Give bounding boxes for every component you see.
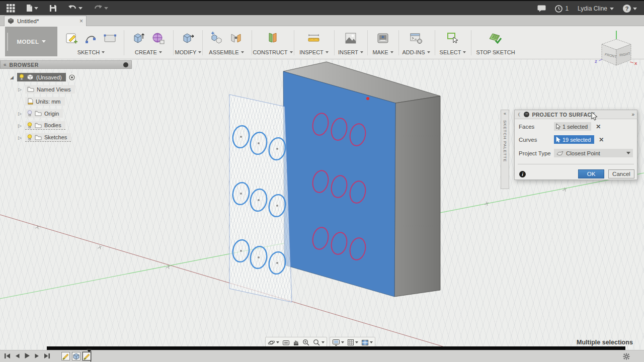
- job-status-button[interactable]: 1: [555, 5, 569, 13]
- info-icon[interactable]: i: [519, 171, 526, 177]
- bodies-chip[interactable]: Bodies: [25, 121, 65, 130]
- timeline-sketch2-item[interactable]: [83, 352, 91, 360]
- pan-button[interactable]: [293, 339, 299, 346]
- browser-header[interactable]: « BROWSER: [0, 60, 132, 69]
- group-dropdown-modify[interactable]: MODIFY: [176, 49, 200, 55]
- orbit-button[interactable]: [268, 339, 279, 346]
- fit-button[interactable]: [313, 339, 325, 346]
- named-views-chip[interactable]: Named Views: [25, 85, 75, 94]
- create-sketch-icon[interactable]: [65, 32, 78, 45]
- insert-image-icon[interactable]: [344, 32, 357, 45]
- help-menu-button[interactable]: ?: [623, 5, 637, 13]
- viewcube-x-label[interactable]: X: [634, 61, 637, 66]
- save-button[interactable]: [49, 5, 57, 12]
- measure-icon[interactable]: [307, 32, 321, 45]
- zoom-button[interactable]: [302, 339, 310, 346]
- file-menu-button[interactable]: [26, 4, 38, 12]
- status-message: Multiple selections: [577, 339, 633, 346]
- play-button[interactable]: [24, 352, 30, 359]
- create-form-icon[interactable]: [151, 32, 165, 45]
- tree-row-origin[interactable]: ▷ Origin: [0, 109, 132, 118]
- expand-arrow-icon[interactable]: ▷: [18, 87, 25, 92]
- tree-row-sketches[interactable]: ▷ Sketches: [0, 133, 132, 142]
- expand-arrow-icon[interactable]: ▷: [18, 111, 25, 116]
- dialog-collapse-icon[interactable]: −: [524, 112, 529, 117]
- expand-palette-icon[interactable]: «: [504, 112, 506, 116]
- viewports-button[interactable]: [361, 339, 373, 346]
- expand-arrow-icon[interactable]: ▷: [18, 123, 25, 128]
- group-dropdown-inspect[interactable]: INSPECT: [297, 49, 331, 55]
- activate-component-radio[interactable]: [68, 73, 76, 81]
- display-settings-button[interactable]: [332, 339, 344, 346]
- look-at-button[interactable]: [282, 339, 290, 346]
- timeline-sketch1-item[interactable]: [61, 352, 70, 360]
- tree-row-root[interactable]: ◢ (Unsaved): [0, 73, 132, 81]
- timeline-settings-gear-icon[interactable]: [623, 353, 630, 360]
- dialog-expand-icon[interactable]: »: [631, 112, 634, 117]
- group-dropdown-construct[interactable]: CONSTRUCT: [255, 49, 291, 55]
- spline-icon[interactable]: [85, 32, 98, 45]
- go-to-start-button[interactable]: [4, 353, 11, 359]
- tree-row-named-views[interactable]: ▷ Named Views: [0, 85, 132, 94]
- visibility-bulb-off-icon[interactable]: [27, 110, 32, 117]
- dialog-title-bar[interactable]: ❨ − PROJECT TO SURFACE »: [515, 110, 637, 119]
- workspace-selector[interactable]: MODEL: [5, 27, 57, 56]
- ribbon-group-assemble: ASSEMBLE: [205, 27, 248, 58]
- scripts-addins-icon[interactable]: [409, 32, 423, 45]
- step-back-button[interactable]: [15, 353, 20, 359]
- 3d-viewport[interactable]: « BROWSER ◢ (Unsaved) ▷: [0, 59, 644, 350]
- tree-row-units[interactable]: Units: mm: [0, 97, 132, 106]
- visibility-bulb-icon[interactable]: [19, 74, 24, 80]
- press-pull-icon[interactable]: [182, 32, 195, 45]
- undo-button[interactable]: [68, 5, 83, 12]
- cancel-button[interactable]: Cancel: [608, 169, 634, 178]
- tree-row-bodies[interactable]: ▷ Bodies: [0, 121, 132, 130]
- project-type-select[interactable]: Closest Point: [554, 149, 633, 157]
- group-dropdown-make[interactable]: MAKE: [369, 49, 396, 55]
- stop-sketch-icon[interactable]: [489, 32, 503, 45]
- group-dropdown-addins[interactable]: ADD-INS: [400, 49, 432, 55]
- step-forward-button[interactable]: [34, 353, 40, 359]
- ok-button[interactable]: OK: [578, 169, 604, 178]
- document-tab[interactable]: Untitled* ×: [4, 16, 87, 26]
- redo-button[interactable]: [94, 5, 108, 12]
- clear-curves-icon[interactable]: ✕: [599, 136, 604, 143]
- visibility-bulb-icon[interactable]: [27, 134, 32, 141]
- units-chip[interactable]: Units: mm: [25, 97, 65, 106]
- timeline-body-item[interactable]: [72, 352, 80, 360]
- faces-selection-chip[interactable]: 1 selected: [554, 122, 591, 131]
- group-dropdown-assemble[interactable]: ASSEMBLE: [205, 49, 248, 55]
- sketch-palette-tab[interactable]: « SKETCH PALETTE: [501, 110, 509, 189]
- extrude-icon[interactable]: [132, 32, 145, 45]
- stop-sketch-button[interactable]: STOP SKETCH: [473, 49, 518, 55]
- group-dropdown-create[interactable]: CREATE: [127, 49, 170, 55]
- new-component-icon[interactable]: [210, 32, 223, 45]
- app-launcher-button[interactable]: [7, 4, 15, 13]
- grid-menu-icon: [7, 4, 15, 13]
- group-dropdown-select[interactable]: SELECT: [437, 49, 469, 55]
- group-dropdown-sketch[interactable]: SKETCH: [61, 49, 121, 55]
- expand-arrow-icon[interactable]: ▷: [18, 135, 25, 140]
- sketches-chip[interactable]: Sketches: [25, 133, 71, 142]
- root-document-chip[interactable]: (Unsaved): [17, 73, 66, 81]
- feedback-icon[interactable]: [537, 5, 546, 12]
- curves-selection-chip[interactable]: 19 selected: [554, 135, 594, 144]
- visibility-bulb-icon[interactable]: [27, 122, 32, 129]
- origin-chip[interactable]: Origin: [25, 109, 63, 118]
- view-cube[interactable]: FRONT RIGHT Z X: [594, 23, 641, 70]
- group-dropdown-insert[interactable]: INSERT: [336, 49, 365, 55]
- select-tool-icon[interactable]: [446, 32, 459, 45]
- collapse-panel-icon[interactable]: «: [4, 62, 7, 67]
- construct-plane-icon[interactable]: [266, 32, 279, 45]
- viewcube-z-label[interactable]: Z: [595, 59, 597, 64]
- expanded-arrow-icon[interactable]: ◢: [10, 75, 17, 80]
- user-menu-button[interactable]: Lydia Cline: [578, 5, 614, 12]
- tab-close-icon[interactable]: ×: [79, 18, 83, 25]
- joint-icon[interactable]: [229, 32, 243, 45]
- grid-snaps-button[interactable]: [347, 339, 358, 346]
- rectangle-tool-icon[interactable]: [104, 32, 117, 45]
- go-to-end-button[interactable]: [44, 353, 50, 359]
- browser-options-icon[interactable]: [123, 62, 128, 67]
- clear-faces-icon[interactable]: ✕: [596, 123, 601, 130]
- 3d-print-icon[interactable]: [376, 32, 389, 45]
